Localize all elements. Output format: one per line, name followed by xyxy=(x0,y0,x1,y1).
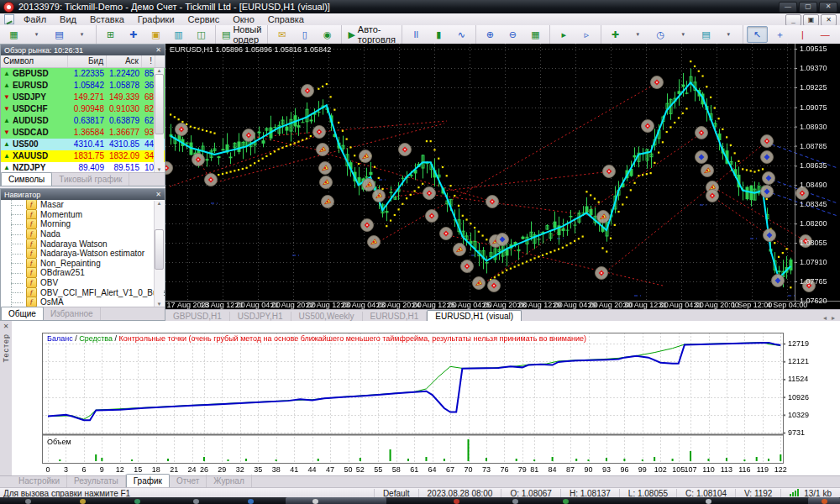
menu-item-Сервис[interactable]: Сервис xyxy=(181,13,227,25)
mdi-restore-button[interactable]: ▣ xyxy=(803,14,819,26)
tester-tab-Результаты[interactable]: Результаты xyxy=(67,475,126,487)
taskbar-icon[interactable] xyxy=(454,499,459,504)
tester-tab-Настройки[interactable]: Настройки xyxy=(12,475,67,487)
horizontal-line-tool-button[interactable]: — xyxy=(815,26,836,43)
chart-mini-icon[interactable] xyxy=(4,14,14,24)
zoom-in-button[interactable]: ⊕ xyxy=(480,26,501,43)
tester-chart-canvas[interactable] xyxy=(12,321,840,475)
line-chart-button[interactable]: ∿ xyxy=(451,26,472,43)
market-watch-row-US500[interactable]: ▲US5004310.414310.8544 xyxy=(1,139,165,150)
profiles-button[interactable]: ▤ xyxy=(49,26,70,43)
menu-item-Графики[interactable]: Графики xyxy=(131,13,181,25)
navigator-item[interactable]: ƒOBdraw251 xyxy=(1,268,165,278)
profiles-dropdown[interactable]: ▾ xyxy=(71,26,92,43)
taskbar-icon[interactable] xyxy=(134,499,140,504)
bar-chart-button[interactable]: ǀǀ xyxy=(406,26,427,43)
column-header-![interactable]: ! xyxy=(142,55,155,67)
scroll-up-icon[interactable]: ▲ xyxy=(157,68,162,73)
navigator-tab-Избранное[interactable]: Избранное xyxy=(44,307,101,320)
market-watch-toggle-button[interactable]: ⊞ xyxy=(100,26,121,43)
new-chart-dropdown[interactable]: ▾ xyxy=(26,26,47,43)
taskbar-icon[interactable] xyxy=(80,499,86,504)
market-watch-close-icon[interactable]: ✕ xyxy=(155,46,161,54)
market-watch-row-USDJPY[interactable]: ▼USDJPY149.271149.33968 xyxy=(1,92,165,103)
status-profile[interactable]: Default xyxy=(374,489,418,498)
tester-close-icon[interactable]: ✕ xyxy=(3,323,9,330)
main-chart-canvas[interactable] xyxy=(165,44,840,309)
auto-trading-button[interactable]: ▶Авто-торговля xyxy=(345,26,397,43)
tester-tab-График[interactable]: График xyxy=(126,474,170,487)
column-header-Бид[interactable]: Бид xyxy=(68,55,107,67)
column-header-Аск[interactable]: Аск xyxy=(107,55,142,67)
taskbar-icon[interactable] xyxy=(25,499,31,504)
menu-item-Файл[interactable]: Файл xyxy=(17,13,53,25)
new-chart-button[interactable]: ▦ xyxy=(3,26,24,43)
navigator-item[interactable]: ƒNada xyxy=(1,229,165,239)
market-watch-row-XAUUSD[interactable]: ▲XAUUSD1831.751832.0934 xyxy=(1,150,165,162)
candlestick-chart-button[interactable]: ▮ xyxy=(428,26,449,43)
column-header-Символ[interactable]: Символ xyxy=(1,55,68,67)
navigator-close-icon[interactable]: ✕ xyxy=(155,191,161,198)
navigator-scrollbar[interactable]: ▲ ▼ xyxy=(154,201,164,307)
indicators-button[interactable]: ✚ xyxy=(605,26,626,43)
minimize-button[interactable]: — xyxy=(779,2,797,13)
navigator-item[interactable]: ƒOBV_CCI_MFI_Alert_V1_0_Buffers xyxy=(1,287,165,297)
scroll-up-icon[interactable]: ▲ xyxy=(157,201,162,206)
new-order-button[interactable]: ▤Новый ордер xyxy=(219,26,264,43)
chart-shift-button[interactable]: ▹ xyxy=(576,26,597,43)
mdi-minimize-button[interactable]: _ xyxy=(785,14,801,26)
navigator-item[interactable]: ƒOsMA xyxy=(1,297,165,307)
market-watch-scrollbar[interactable]: ▲ ▼ xyxy=(154,68,164,172)
indicators-dropdown[interactable]: ▾ xyxy=(627,26,648,43)
market-watch-row-EURUSD[interactable]: ▲EURUSD1.058421.0587836 xyxy=(1,80,165,92)
metaeditor-button[interactable]: ✉ xyxy=(271,26,292,43)
cursor-tool-button[interactable]: ↖ xyxy=(747,26,768,43)
chart-tab-EURUSD,H1 (visual)[interactable]: EURUSD,H1 (visual) xyxy=(427,310,522,322)
taskbar-icon[interactable] xyxy=(822,499,827,504)
sounds-button[interactable]: ◉ xyxy=(317,26,338,43)
navigator-header[interactable]: Навигатор ✕ xyxy=(1,189,165,200)
scroll-thumb[interactable] xyxy=(155,74,164,134)
market-watch-row-USDCAD[interactable]: ▼USDCAD1.365841.3667793 xyxy=(1,127,165,139)
navigator-item[interactable]: ƒNon_Repainting xyxy=(1,259,165,269)
strategy-tester-toggle-button[interactable]: ◫ xyxy=(191,26,212,43)
market-watch-row-AUDUSD[interactable]: ▲AUDUSD0.638170.6387962 xyxy=(1,115,165,127)
tile-windows-button[interactable]: ▦ xyxy=(525,26,546,43)
templates-dropdown[interactable]: ▾ xyxy=(718,26,739,43)
navigator-item[interactable]: ƒMasar xyxy=(1,200,165,210)
mdi-close-button[interactable]: ✕ xyxy=(821,14,837,26)
crosshair-tool-button[interactable]: ＋ xyxy=(769,26,790,43)
mql-community-button[interactable]: ▯ xyxy=(294,26,315,43)
taskbar-icon[interactable] xyxy=(706,499,711,504)
periods-button[interactable]: ◷ xyxy=(650,26,671,43)
taskbar-icon[interactable] xyxy=(563,499,569,504)
tester-tab-Журнал[interactable]: Журнал xyxy=(207,475,252,487)
scroll-thumb[interactable] xyxy=(155,229,164,270)
navigator-item[interactable]: ƒMorning xyxy=(1,219,165,229)
taskbar-icon[interactable] xyxy=(248,499,254,504)
menu-item-Справка[interactable]: Справка xyxy=(261,13,311,25)
auto-scroll-button[interactable]: ▸ xyxy=(554,26,575,43)
close-button[interactable]: ✕ xyxy=(819,2,837,13)
navigator-tab-Общие[interactable]: Общие xyxy=(1,307,44,320)
market-watch-tab-Символы[interactable]: Символы xyxy=(1,172,52,186)
templates-button[interactable]: ▤ xyxy=(696,26,717,43)
menu-item-Вставка[interactable]: Вставка xyxy=(83,13,131,25)
market-watch-tab-Тиковый график[interactable]: Тиковый график xyxy=(52,173,129,186)
menu-item-Вид[interactable]: Вид xyxy=(53,13,83,25)
navigator-item[interactable]: ƒNadaraya Watson xyxy=(1,239,165,249)
taskbar-icon[interactable] xyxy=(312,499,318,504)
market-watch-header[interactable]: Обзор рынка: 10:26:31 ✕ xyxy=(1,45,165,55)
tester-tab-Отчет[interactable]: Отчет xyxy=(170,475,207,487)
maximize-button[interactable]: ▢ xyxy=(799,2,817,13)
taskbar-icon[interactable] xyxy=(512,499,518,504)
taskbar-icon[interactable] xyxy=(193,499,199,504)
market-watch-row-USDCHF[interactable]: ▼USDCHF0.909480.9103082 xyxy=(1,103,165,115)
title-bar[interactable]: 20133979: Tickmill-Demo - Демо Счет - Ti… xyxy=(0,0,840,13)
periods-dropdown[interactable]: ▾ xyxy=(673,26,694,43)
windows-taskbar[interactable] xyxy=(0,497,840,504)
zoom-out-button[interactable]: ⊖ xyxy=(502,26,523,43)
taskbar-app-button[interactable] xyxy=(286,497,386,504)
data-window-button[interactable]: ✚ xyxy=(123,26,144,43)
vertical-line-tool-button[interactable]: | xyxy=(792,26,813,43)
